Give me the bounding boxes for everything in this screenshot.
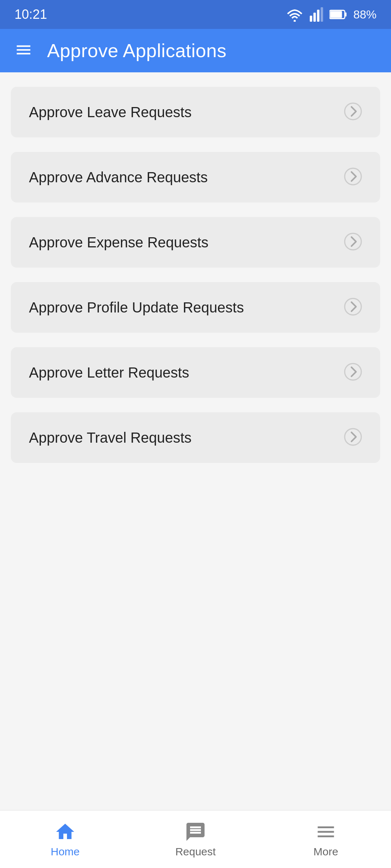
- page-title: Approve Applications: [47, 40, 227, 61]
- svg-point-13: [345, 429, 361, 445]
- wifi-icon: [286, 7, 303, 22]
- nav-item-home[interactable]: Home: [0, 821, 130, 858]
- list-item-expense-chevron: [344, 233, 362, 252]
- list-item-travel-chevron: [344, 428, 362, 447]
- nav-more-label: More: [314, 846, 338, 858]
- svg-point-12: [345, 363, 361, 380]
- svg-point-11: [345, 298, 361, 315]
- nav-request-label: Request: [175, 846, 216, 858]
- nav-item-request[interactable]: Request: [130, 821, 261, 858]
- list-item-travel-label: Approve Travel Requests: [29, 430, 192, 446]
- more-icon: [315, 821, 337, 843]
- svg-rect-2: [314, 13, 316, 22]
- status-icons: 88%: [286, 7, 377, 22]
- list-item-advance[interactable]: Approve Advance Requests: [11, 152, 380, 203]
- home-icon: [54, 821, 76, 843]
- list-item-letter-label: Approve Letter Requests: [29, 365, 189, 381]
- request-icon: [185, 821, 206, 843]
- nav-home-label: Home: [51, 846, 80, 858]
- content-area: Approve Leave Requests Approve Advance R…: [0, 72, 391, 810]
- svg-point-9: [345, 168, 361, 185]
- list-item-travel[interactable]: Approve Travel Requests: [11, 412, 380, 463]
- svg-point-8: [345, 103, 361, 120]
- battery-percentage: 88%: [353, 8, 377, 21]
- menu-icon[interactable]: [14, 41, 33, 60]
- list-item-profile-chevron: [344, 298, 362, 317]
- list-item-leave-chevron: [344, 102, 362, 122]
- bottom-navigation: Home Request More: [0, 810, 391, 868]
- svg-rect-3: [317, 10, 320, 22]
- svg-point-0: [294, 20, 296, 22]
- svg-rect-1: [310, 16, 312, 22]
- list-item-profile-label: Approve Profile Update Requests: [29, 299, 244, 316]
- battery-icon: [329, 8, 348, 21]
- svg-rect-4: [321, 7, 323, 22]
- svg-rect-7: [330, 11, 342, 18]
- nav-item-more[interactable]: More: [261, 821, 391, 858]
- list-item-advance-label: Approve Advance Requests: [29, 169, 208, 186]
- svg-point-10: [345, 233, 361, 250]
- list-item-leave[interactable]: Approve Leave Requests: [11, 87, 380, 137]
- list-item-letter[interactable]: Approve Letter Requests: [11, 347, 380, 398]
- app-bar: Approve Applications: [0, 29, 391, 72]
- svg-rect-6: [345, 12, 346, 17]
- status-time: 10:21: [14, 7, 47, 22]
- list-item-advance-chevron: [344, 167, 362, 187]
- list-item-letter-chevron: [344, 363, 362, 382]
- signal-icon: [309, 7, 324, 22]
- status-bar: 10:21 88%: [0, 0, 391, 29]
- list-item-leave-label: Approve Leave Requests: [29, 104, 192, 120]
- list-item-profile[interactable]: Approve Profile Update Requests: [11, 282, 380, 333]
- list-item-expense-label: Approve Expense Requests: [29, 234, 209, 251]
- list-item-expense[interactable]: Approve Expense Requests: [11, 217, 380, 268]
